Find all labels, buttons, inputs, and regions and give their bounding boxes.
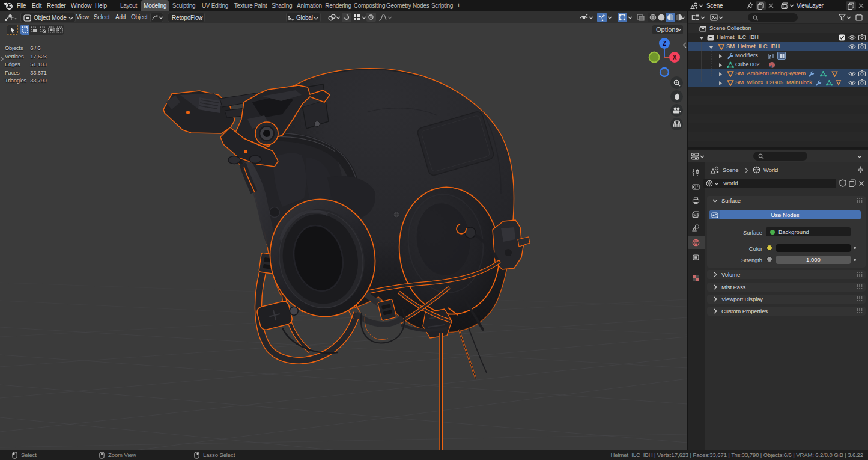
svg-text:Z: Z	[663, 40, 666, 47]
svg-text:X: X	[673, 54, 677, 61]
